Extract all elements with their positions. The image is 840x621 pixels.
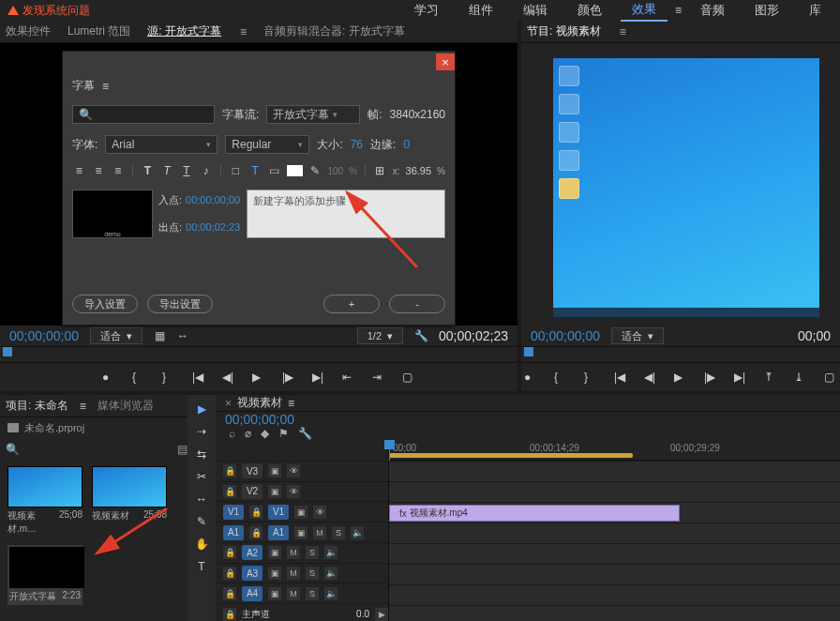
close-icon[interactable]: × bbox=[436, 53, 455, 70]
x-value[interactable]: 36.95 bbox=[406, 165, 432, 176]
go-in-icon[interactable]: |◀ bbox=[192, 371, 205, 384]
add-marker-icon[interactable]: ● bbox=[102, 371, 115, 384]
add-marker-icon[interactable]: ● bbox=[524, 371, 537, 384]
import-settings-button[interactable]: 导入设置 bbox=[72, 295, 138, 313]
playhead-icon[interactable] bbox=[524, 347, 533, 356]
tab-effect-controls[interactable]: 效果控件 bbox=[6, 23, 51, 39]
src-scale-dropdown[interactable]: 1/2▾ bbox=[357, 327, 403, 344]
remove-caption-button[interactable]: - bbox=[389, 295, 445, 313]
go-out-icon[interactable]: ▶| bbox=[734, 371, 747, 384]
caption-text-input[interactable]: 新建字幕的添加步骤 bbox=[247, 189, 445, 238]
settings-icon[interactable]: ⚑ bbox=[278, 427, 289, 440]
program-monitor[interactable] bbox=[521, 43, 840, 326]
caption-thumb[interactable]: demo bbox=[72, 189, 153, 238]
hand-tool-icon[interactable]: ✋ bbox=[195, 538, 209, 551]
size-value[interactable]: 76 bbox=[351, 138, 363, 151]
bg-fill-icon[interactable]: T bbox=[248, 163, 262, 178]
hamburger-icon[interactable]: ≡ bbox=[288, 397, 294, 410]
hamburger-icon[interactable]: ≡ bbox=[675, 4, 682, 17]
hamburger-icon[interactable]: ≡ bbox=[620, 25, 626, 38]
font-dropdown[interactable]: Arial▾ bbox=[105, 135, 218, 154]
track-header-v2[interactable]: 🔒V2▣👁 bbox=[216, 481, 388, 502]
track-header-a2[interactable]: 🔒A2▣MS🔈 bbox=[216, 542, 388, 563]
wrench-icon[interactable]: 🔧 bbox=[298, 427, 312, 440]
sequence-name[interactable]: 视频素材 bbox=[237, 395, 282, 411]
color-swatch[interactable] bbox=[287, 165, 303, 176]
safe-margins-icon[interactable]: ▦ bbox=[154, 329, 167, 342]
bold-icon[interactable]: T bbox=[141, 163, 155, 178]
slip-tool-icon[interactable]: ↔ bbox=[196, 492, 207, 506]
markers-icon[interactable]: ◆ bbox=[261, 427, 269, 440]
ws-tab-audio[interactable]: 音频 bbox=[689, 0, 736, 21]
marker-nav-icon[interactable]: ↔ bbox=[176, 329, 189, 342]
track-header-master[interactable]: 🔒主声道0.0▶ bbox=[216, 603, 388, 621]
bin-item[interactable]: 开放式字幕2:23 bbox=[8, 545, 82, 605]
filter-icon[interactable]: ▤ bbox=[177, 443, 188, 456]
export-frame-icon[interactable]: ▢ bbox=[402, 371, 415, 384]
italic-icon[interactable]: T bbox=[160, 163, 174, 178]
track-select-tool-icon[interactable]: ⇢ bbox=[197, 425, 206, 438]
type-tool-icon[interactable]: T bbox=[198, 560, 204, 573]
linked-sel-icon[interactable]: ⌀ bbox=[245, 427, 251, 440]
step-fwd-icon[interactable]: |▶ bbox=[282, 371, 295, 384]
mark-in-icon[interactable]: { bbox=[132, 371, 145, 384]
src-tc-right[interactable]: 00;00;02;23 bbox=[439, 328, 508, 343]
track-header-a3[interactable]: 🔒A3▣MS🔈 bbox=[216, 563, 388, 583]
eyedropper-icon[interactable]: ✎ bbox=[308, 163, 322, 178]
settings-icon[interactable]: 🔧 bbox=[414, 329, 428, 342]
lift-icon[interactable]: ⤒ bbox=[764, 371, 777, 384]
weight-dropdown[interactable]: Regular▾ bbox=[225, 135, 309, 154]
mark-out-icon[interactable]: } bbox=[584, 371, 597, 384]
ws-tab-graphics[interactable]: 图形 bbox=[743, 0, 790, 21]
tab-media-browser[interactable]: 媒体浏览器 bbox=[98, 398, 154, 414]
src-tc-left[interactable]: 00;00;00;00 bbox=[9, 328, 79, 343]
opacity-value[interactable]: 100 bbox=[328, 166, 344, 176]
ws-tab-effects[interactable]: 效果 bbox=[621, 0, 668, 22]
ws-tab-lib[interactable]: 库 bbox=[798, 0, 832, 21]
step-back-icon[interactable]: ◀| bbox=[222, 371, 235, 384]
overwrite-icon[interactable]: ⇥ bbox=[372, 371, 385, 384]
prog-fit-dropdown[interactable]: 适合▾ bbox=[611, 327, 664, 344]
bg-none-icon[interactable]: □ bbox=[229, 163, 243, 178]
align-right-icon[interactable]: ≡ bbox=[111, 163, 125, 178]
ws-tab-edit[interactable]: 编辑 bbox=[512, 0, 559, 21]
prog-tc-right[interactable]: 00;00 bbox=[798, 328, 831, 343]
ripple-tool-icon[interactable]: ⇆ bbox=[197, 447, 206, 461]
underline-icon[interactable]: T bbox=[180, 163, 194, 178]
go-in-icon[interactable]: |◀ bbox=[614, 371, 627, 384]
ws-tab-color[interactable]: 颜色 bbox=[566, 0, 613, 21]
in-timecode[interactable]: 00;00;00;00 bbox=[186, 194, 240, 205]
time-ruler[interactable]: 00;00 00;00;14;29 00;00;29;29 bbox=[389, 440, 840, 461]
hamburger-icon[interactable]: ≡ bbox=[240, 25, 247, 38]
align-center-icon[interactable]: ≡ bbox=[92, 163, 106, 178]
selection-tool-icon[interactable]: ▶ bbox=[198, 402, 206, 416]
position-grid-icon[interactable]: ⊞ bbox=[373, 163, 387, 178]
outline-icon[interactable]: ▭ bbox=[267, 163, 281, 178]
tab-source-caption[interactable]: 源: 开放式字幕 bbox=[147, 23, 221, 39]
step-back-icon[interactable]: ◀| bbox=[644, 371, 657, 384]
playhead-icon[interactable] bbox=[3, 347, 12, 356]
play-icon[interactable]: ▶ bbox=[252, 371, 265, 384]
timeline-body[interactable]: 00;00 00;00;14;29 00;00;29;29 fx 视频素材.mp… bbox=[389, 440, 840, 621]
out-timecode[interactable]: 00;00;02;23 bbox=[186, 221, 240, 233]
play-icon[interactable]: ▶ bbox=[674, 371, 687, 384]
bin-item[interactable]: 视频素材.m…25;08 bbox=[8, 466, 82, 536]
mark-out-icon[interactable]: } bbox=[162, 371, 175, 384]
hamburger-icon[interactable]: ≡ bbox=[80, 400, 86, 413]
work-area-bar[interactable] bbox=[389, 453, 633, 458]
track-header-v1[interactable]: V1🔒V1▣👁 bbox=[216, 501, 388, 522]
ws-tab-learn[interactable]: 学习 bbox=[403, 0, 450, 21]
export-settings-button[interactable]: 导出设置 bbox=[147, 295, 213, 313]
bin-item[interactable]: 视频素材25;08 bbox=[92, 466, 167, 536]
tab-project[interactable]: 项目: 未命名 bbox=[6, 398, 68, 414]
pen-tool-icon[interactable]: ✎ bbox=[197, 515, 206, 528]
stream-dropdown[interactable]: 开放式字幕▾ bbox=[266, 105, 360, 124]
hamburger-icon[interactable]: ≡ bbox=[102, 80, 109, 93]
step-fwd-icon[interactable]: |▶ bbox=[704, 371, 717, 384]
razor-tool-icon[interactable]: ✂ bbox=[197, 470, 206, 483]
export-frame-icon[interactable]: ▢ bbox=[824, 371, 837, 384]
source-scrubber[interactable] bbox=[0, 346, 518, 363]
track-header-a1[interactable]: A1🔒A1▣MS🔈 bbox=[216, 522, 388, 542]
prog-tc-left[interactable]: 00;00;00;00 bbox=[531, 328, 600, 343]
tab-audio-clip-mixer[interactable]: 音频剪辑混合器: 开放式字幕 bbox=[263, 23, 405, 39]
